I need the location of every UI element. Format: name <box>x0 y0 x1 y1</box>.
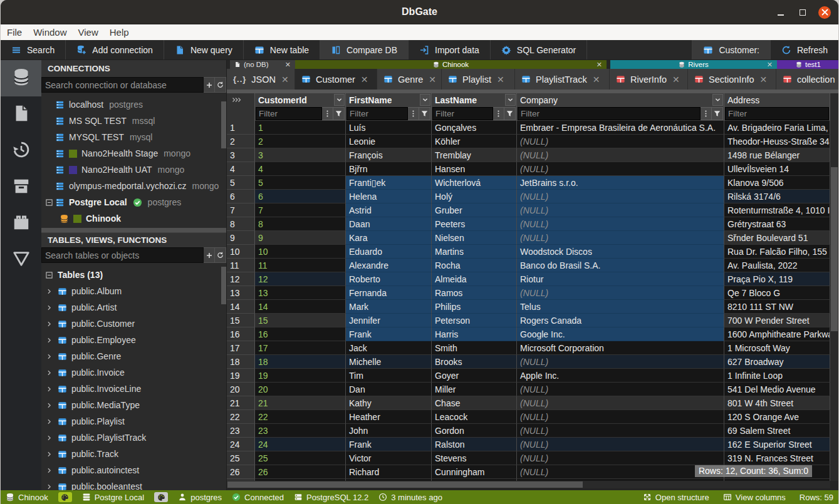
cell-customerid-5[interactable]: 5 <box>255 176 346 190</box>
filter-input-lastname[interactable]: Filter <box>432 107 493 120</box>
toolbar-button-compare-db[interactable]: Compare DB <box>320 40 409 59</box>
table-item-public-track[interactable]: public.Track <box>41 446 226 462</box>
cell-firstname-20[interactable]: Dan <box>346 383 432 396</box>
cell-lastname-10[interactable]: Martins <box>432 245 517 259</box>
cell-lastname-8[interactable]: Peeters <box>432 217 517 231</box>
row-number-cell[interactable]: 5 <box>227 176 255 190</box>
cell-customerid-24[interactable]: 24 <box>255 438 346 451</box>
table-item-public-booleantest[interactable]: public.booleantest <box>41 478 226 490</box>
statusbar-item-chinook[interactable]: Chinook <box>6 493 48 502</box>
chevron-right-icon[interactable] <box>46 354 53 359</box>
connections-search-input[interactable]: Search connection or database <box>41 77 204 93</box>
tab-sectioninfo[interactable]: SectionInfo✕ <box>688 69 776 90</box>
toolbar-button-add-connection[interactable]: Add connection <box>66 40 164 59</box>
cell-company-10[interactable]: Woodstock Discos <box>517 245 724 259</box>
cell-company-24[interactable]: (NULL) <box>517 438 724 451</box>
add-connection-plus-button[interactable] <box>204 77 215 93</box>
row-number-cell[interactable]: 19 <box>227 369 255 383</box>
row-number-cell[interactable]: 8 <box>227 217 255 231</box>
menu-item-file[interactable]: File <box>1 24 28 40</box>
cell-firstname-13[interactable]: Fernanda <box>346 286 432 300</box>
filter-input-firstname[interactable]: Filter <box>347 107 408 120</box>
cell-company-16[interactable]: Google Inc. <box>517 327 724 341</box>
close-icon[interactable]: ✕ <box>767 61 773 68</box>
row-number-cell[interactable]: 4 <box>227 162 255 176</box>
cell-firstname-24[interactable]: Frank <box>346 438 432 451</box>
connections-scrollbar[interactable] <box>221 101 226 148</box>
cell-customerid-7[interactable]: 7 <box>255 203 346 217</box>
toolbar-button-refresh[interactable]: Refresh <box>770 40 838 59</box>
tab-genre[interactable]: Genre✕ <box>377 69 442 90</box>
row-number-cell[interactable]: 6 <box>227 190 255 203</box>
cell-address-23[interactable]: 69 Salem Street <box>724 424 830 438</box>
activity-briefcase-button[interactable] <box>1 205 41 242</box>
cell-lastname-12[interactable]: Almeida <box>432 272 517 286</box>
cell-company-11[interactable]: Banco do Brasil S.A. <box>517 259 724 272</box>
statusbar-item-postgres[interactable]: postgres <box>178 493 222 502</box>
cell-address-17[interactable]: 1 Microsoft Way <box>724 341 830 355</box>
cell-company-8[interactable]: (NULL) <box>517 217 724 231</box>
cell-address-6[interactable]: Rilská 3174/6 <box>724 190 830 203</box>
cell-address-16[interactable]: 1600 Amphitheatre Parkway <box>724 327 830 341</box>
menu-item-view[interactable]: View <box>73 24 104 40</box>
cell-company-21[interactable]: (NULL) <box>517 396 724 410</box>
chevron-right-icon[interactable] <box>46 419 53 424</box>
close-icon[interactable]: ✕ <box>593 75 600 85</box>
cell-lastname-26[interactable]: Cunningham <box>432 465 517 479</box>
cell-company-25[interactable]: (NULL) <box>517 451 724 465</box>
cell-address-11[interactable]: Av. Paulista, 2022 <box>724 259 830 272</box>
toolbar-button-customer[interactable]: Customer: <box>692 40 770 59</box>
cell-address-7[interactable]: Rotenturmstraße 4, 1010 Innere Stadt <box>724 203 830 217</box>
row-number-cell[interactable]: 25 <box>227 451 255 465</box>
cell-customerid-25[interactable]: 25 <box>255 451 346 465</box>
connection-item-postgre-local[interactable]: Postgre Localpostgres <box>41 194 226 210</box>
filter-funnel-button[interactable] <box>712 107 723 120</box>
column-dropdown-button[interactable] <box>420 94 430 106</box>
cell-address-3[interactable]: 1498 rue Bélanger <box>724 148 830 162</box>
row-number-cell[interactable]: 24 <box>227 438 255 451</box>
cell-lastname-5[interactable]: Wichterlová <box>432 176 517 190</box>
row-number-cell[interactable]: 16 <box>227 327 255 341</box>
connection-item-localhost[interactable]: localhostpostgres <box>41 96 226 113</box>
chevron-right-icon[interactable] <box>46 337 53 343</box>
tab-group-test1[interactable]: test1 <box>777 60 838 69</box>
toolbar-button-search[interactable]: Search <box>1 40 66 59</box>
cell-address-24[interactable]: 162 E Superior Street <box>724 438 830 451</box>
cell-customerid-4[interactable]: 4 <box>255 162 346 176</box>
row-number-cell[interactable]: 20 <box>227 383 255 396</box>
cell-firstname-8[interactable]: Daan <box>346 217 432 231</box>
table-item-public-playlisttrack[interactable]: public.PlaylistTrack <box>41 429 226 446</box>
table-item-public-customer[interactable]: public.Customer <box>41 316 226 332</box>
add-table-plus-button[interactable] <box>204 247 215 263</box>
cell-customerid-13[interactable]: 13 <box>255 286 346 300</box>
toolbar-button-new-query[interactable]: New query <box>164 40 244 59</box>
cell-firstname-4[interactable]: Bjřrn <box>346 162 432 176</box>
close-icon[interactable]: ✕ <box>672 75 680 85</box>
row-number-cell[interactable]: 14 <box>227 300 255 314</box>
cell-firstname-18[interactable]: Michelle <box>346 355 432 369</box>
chevron-right-icon[interactable] <box>46 484 53 490</box>
row-number-cell[interactable]: 15 <box>227 314 255 327</box>
chevron-right-icon[interactable] <box>46 305 53 311</box>
cell-firstname-23[interactable]: John <box>346 424 432 438</box>
cell-address-8[interactable]: Grétrystraat 63 <box>724 217 830 231</box>
cell-company-23[interactable]: (NULL) <box>517 424 724 438</box>
cell-lastname-19[interactable]: Goyer <box>432 369 517 383</box>
filter-funnel-button[interactable] <box>419 107 430 120</box>
collapse-icon[interactable] <box>46 272 53 279</box>
cell-firstname-22[interactable]: Heather <box>346 410 432 424</box>
tab-group-rivers[interactable]: Rivers✕ <box>610 60 777 69</box>
grid-corner-cell[interactable] <box>227 93 255 106</box>
connection-item-nano2health-uat[interactable]: Nano2Health UATmongo <box>41 162 226 178</box>
cell-address-21[interactable]: 801 W 4th Street <box>724 396 830 410</box>
cell-customerid-6[interactable]: 6 <box>255 190 346 203</box>
toolbar-button-import-data[interactable]: Import data <box>409 40 491 59</box>
statusbar-color-chip[interactable] <box>58 492 72 502</box>
cell-lastname-25[interactable]: Stevens <box>432 451 517 465</box>
tab-customer[interactable]: Customer✕ <box>295 69 377 90</box>
cell-lastname-15[interactable]: Peterson <box>432 314 517 327</box>
cell-customerid-8[interactable]: 8 <box>255 217 346 231</box>
cell-firstname-16[interactable]: Frank <box>346 327 432 341</box>
chevron-right-icon[interactable] <box>46 386 53 392</box>
cell-customerid-15[interactable]: 15 <box>255 314 346 327</box>
